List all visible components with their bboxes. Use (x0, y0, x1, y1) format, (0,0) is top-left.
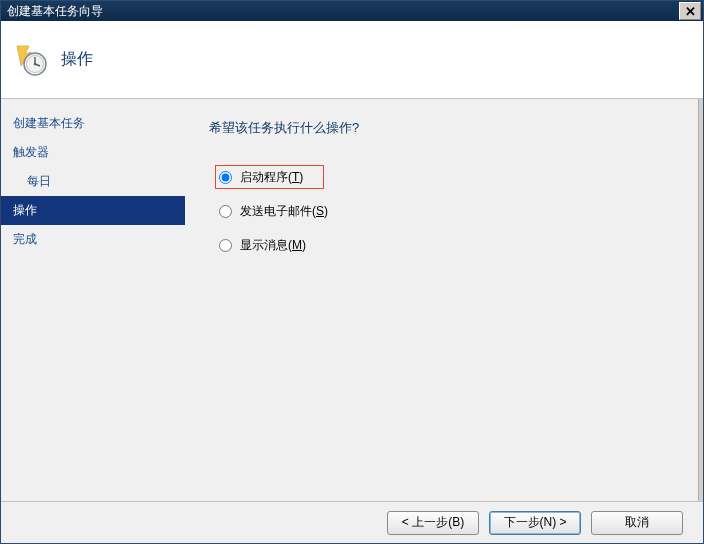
svg-point-5 (34, 62, 36, 64)
close-icon: ✕ (685, 4, 696, 19)
wizard-window: 创建基本任务向导 ✕ 操作 创建基本任务触发器每日操作完成 希望该任务执行什么操… (0, 0, 704, 544)
sidebar: 创建基本任务触发器每日操作完成 (1, 99, 185, 501)
wizard-footer: < 上一步(B) 下一步(N) > 取消 (1, 501, 703, 543)
radio-row-1[interactable]: 发送电子邮件(S) (217, 201, 679, 221)
titlebar: 创建基本任务向导 ✕ (1, 1, 703, 21)
sidebar-item-0[interactable]: 创建基本任务 (9, 109, 185, 138)
radio-input-0[interactable] (219, 171, 232, 184)
close-button[interactable]: ✕ (679, 2, 701, 20)
radio-input-2[interactable] (219, 239, 232, 252)
radio-row-2[interactable]: 显示消息(M) (217, 235, 679, 255)
radio-label-0: 启动程序(T) (240, 169, 303, 186)
prompt-text: 希望该任务执行什么操作? (209, 119, 679, 137)
sidebar-item-3[interactable]: 操作 (1, 196, 185, 225)
content-pane: 希望该任务执行什么操作? 启动程序(T)发送电子邮件(S)显示消息(M) (185, 99, 703, 501)
back-button[interactable]: < 上一步(B) (387, 511, 479, 535)
radio-label-1: 发送电子邮件(S) (240, 203, 328, 220)
sidebar-item-2[interactable]: 每日 (9, 167, 185, 196)
cancel-button[interactable]: 取消 (591, 511, 683, 535)
radio-row-0[interactable]: 启动程序(T) (217, 167, 322, 187)
action-radio-group: 启动程序(T)发送电子邮件(S)显示消息(M) (209, 167, 679, 255)
sidebar-item-1[interactable]: 触发器 (9, 138, 185, 167)
next-button[interactable]: 下一步(N) > (489, 511, 581, 535)
right-edge (698, 99, 703, 501)
sidebar-item-4[interactable]: 完成 (9, 225, 185, 254)
wizard-body: 创建基本任务触发器每日操作完成 希望该任务执行什么操作? 启动程序(T)发送电子… (1, 99, 703, 501)
clock-icon (15, 44, 47, 76)
radio-input-1[interactable] (219, 205, 232, 218)
wizard-header: 操作 (1, 21, 703, 99)
radio-label-2: 显示消息(M) (240, 237, 306, 254)
page-title: 操作 (61, 49, 93, 70)
window-title: 创建基本任务向导 (7, 3, 103, 20)
